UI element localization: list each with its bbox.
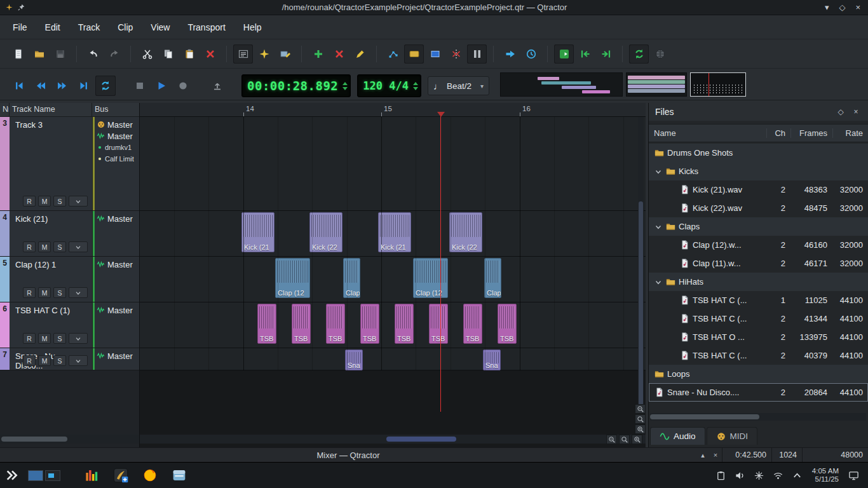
record-button[interactable] [173,76,193,96]
file-tree-file[interactable]: TSB HAT C (...11102544100 [649,291,868,309]
audio-clip[interactable]: Clap [343,258,360,298]
files-col-rate[interactable]: Rate [832,128,868,138]
time-spinner[interactable] [342,82,348,90]
clip-split-button[interactable] [446,44,466,64]
edit-mode-select-button[interactable] [233,44,253,64]
file-tree-folder[interactable]: Drums One Shots [649,144,868,162]
track-bus[interactable]: Master [97,213,140,224]
tray-clipboard-icon[interactable] [712,466,731,485]
playhead-marker[interactable] [437,112,445,117]
tracks-header-bus[interactable]: Bus [92,103,140,116]
files-col-frames[interactable]: Frames [790,128,832,138]
menu-view[interactable]: View [142,17,179,37]
loop-end-button[interactable] [596,44,616,64]
forward-button[interactable] [52,76,72,96]
track-row[interactable]: 6TSB HAT C (1)RMSMaster [0,302,140,348]
audio-clip[interactable]: TSB [360,304,379,344]
track-options-dropdown[interactable] [69,333,88,344]
audio-clip[interactable]: Clap (12 [413,258,448,298]
track-row[interactable]: 5Clap (12) 1RMSMaster [0,257,140,302]
file-tree-folder[interactable]: Claps [649,217,868,236]
track-row[interactable]: 7Snare - Nu Disco...RMSMaster [0,348,140,370]
track-bus[interactable]: Master [97,119,140,130]
auto-backward-button[interactable] [521,44,541,64]
desktop-1[interactable] [28,470,43,481]
files-hscroll-thumb[interactable] [650,414,759,419]
stop-button[interactable] [130,76,150,96]
time-ruler[interactable]: 141516 [140,103,646,117]
session-overview-thumb[interactable] [500,72,623,97]
taskbar-clock[interactable]: 4:05 AM 5/11/25 [812,467,839,484]
clip-automation-button[interactable] [383,44,403,64]
save-file-button[interactable] [50,44,70,64]
mixer-dock-title[interactable]: Mixer — Qtractor [0,451,696,460]
track-lane[interactable] [140,348,646,370]
track-record-arm-button[interactable]: R [23,196,36,207]
track-mute-button[interactable]: M [38,355,51,366]
horizontal-zoom-in-button[interactable] [632,435,642,444]
track-solo-button[interactable]: S [53,333,66,344]
audio-clip[interactable]: TSB [463,304,482,344]
tracks-header-name[interactable]: Track Name [10,103,92,116]
tempo-spinner[interactable] [413,82,418,90]
snap-grid-button[interactable] [467,44,487,64]
audio-clip[interactable]: Kick (22 [449,212,482,252]
audio-clip[interactable]: TSB [257,304,276,344]
audio-clip[interactable]: Clap (12 [275,258,310,298]
track-solo-button[interactable]: S [53,287,66,298]
files-col-name[interactable]: Name [649,128,766,138]
audio-clip[interactable]: TSB [326,304,345,344]
track-options-dropdown[interactable] [69,241,88,252]
cut-button[interactable] [137,44,157,64]
tray-volume-icon[interactable] [731,466,750,485]
clip-new-button[interactable] [308,44,328,64]
punch-in-out-button[interactable] [554,44,574,64]
track-lane[interactable] [140,257,646,302]
track-plugin[interactable]: Calf Limit [97,153,140,165]
clip-tool-button[interactable] [404,44,424,64]
audio-clip[interactable]: TSB [395,304,414,344]
timeline-hscroll-thumb[interactable] [386,437,456,442]
track-options-dropdown[interactable] [69,355,88,366]
files-col-ch[interactable]: Ch [766,128,790,138]
tray-network-icon[interactable] [769,466,788,485]
punch-button[interactable] [207,76,227,96]
horizontal-zoom-out-button[interactable] [606,435,617,444]
tray-colortemp-icon[interactable] [750,466,769,485]
track-bus[interactable]: Master [97,259,140,270]
forward-end-button[interactable] [74,76,94,96]
copy-button[interactable] [158,44,178,64]
new-file-button[interactable] [8,44,28,64]
mixer-restore-button[interactable]: ▴ [696,449,709,461]
play-button[interactable] [151,76,172,96]
audio-clip[interactable]: TSB [292,304,311,344]
track-bus[interactable]: Master [97,130,140,142]
vertical-zoom-reset-button[interactable] [635,414,646,424]
taskbar-filemanager-icon[interactable] [170,466,189,485]
audio-clip[interactable]: Sna [483,349,501,370]
file-tree-file[interactable]: TSB HAT C (...24037944100 [649,346,868,365]
track-mute-button[interactable]: M [38,196,51,207]
tab-audio[interactable]: Audio [650,427,705,445]
midi-overview-thumb[interactable] [690,72,746,97]
edit-mode-draw-button[interactable] [275,44,295,64]
tray-display-icon[interactable] [844,466,863,485]
tracks-hscroll-thumb[interactable] [1,437,67,442]
audio-clip[interactable]: TSB [429,304,448,344]
track-plugin[interactable]: drumkv1 [97,142,140,153]
audio-clip[interactable]: Kick (21 [378,212,411,252]
backward-start-button[interactable] [9,76,29,96]
app-launcher-icon[interactable] [3,466,22,485]
vertical-zoom-in-button[interactable] [635,424,646,434]
loop-button[interactable] [95,76,116,96]
track-overview-thumb[interactable] [626,72,687,97]
menu-edit[interactable]: Edit [36,17,69,37]
track-record-arm-button[interactable]: R [23,287,36,298]
menu-help[interactable]: Help [234,17,271,37]
track-lanes[interactable]: Kick (21Kick (22Kick (21Kick (22Clap (12… [140,117,646,370]
clip-remove-button[interactable] [329,44,349,64]
menu-file[interactable]: File [4,17,36,37]
vertical-zoom-out-button[interactable] [635,404,646,414]
tracks-hscrollbar[interactable] [0,435,139,444]
taskbar-firefox-icon[interactable] [140,466,159,485]
